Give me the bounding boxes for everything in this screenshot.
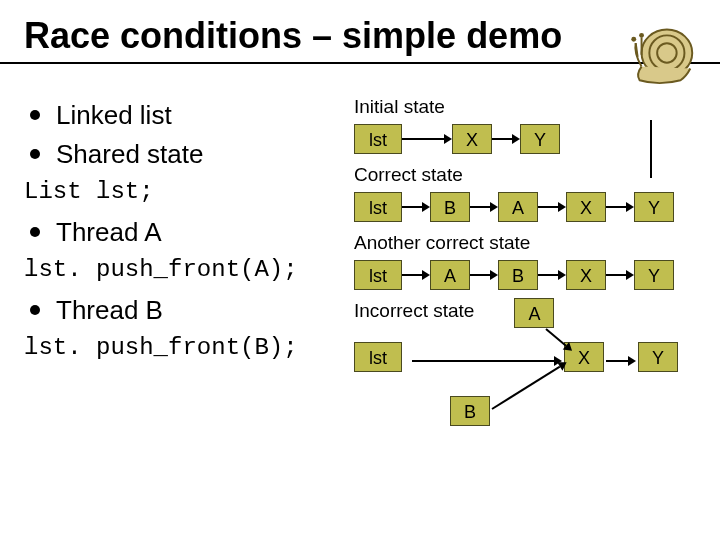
bullet-icon xyxy=(30,305,40,315)
arrow-icon xyxy=(606,270,634,280)
title-underline xyxy=(0,62,720,64)
bullet-thread-a: Thread A xyxy=(30,217,354,248)
node-x: X xyxy=(452,124,492,154)
code-push-a: lst. push_front(A); xyxy=(24,256,354,283)
node-y: Y xyxy=(638,342,678,372)
node-b: B xyxy=(430,192,470,222)
node-lst: lst xyxy=(354,192,402,222)
arrow-icon xyxy=(606,202,634,212)
svg-point-1 xyxy=(631,37,636,42)
node-lst: lst xyxy=(354,124,402,154)
slide-title: Race conditions – simple demo xyxy=(24,16,696,56)
code-decl: List lst; xyxy=(24,178,354,205)
right-column: Initial state lst X Y Correct state lst … xyxy=(354,82,696,438)
left-column: Linked list Shared state List lst; Threa… xyxy=(24,82,354,438)
label-initial-state: Initial state xyxy=(354,96,696,118)
row-incorrect-label: Incorrect state A xyxy=(354,300,696,328)
node-lst: lst xyxy=(354,260,402,290)
arrow-icon xyxy=(543,325,575,355)
bullet-icon xyxy=(30,110,40,120)
chain-incorrect: lst X Y B xyxy=(354,328,694,438)
arrow-icon xyxy=(538,202,566,212)
svg-point-2 xyxy=(639,33,644,38)
arrow-icon xyxy=(402,202,430,212)
bullet-label: Thread B xyxy=(56,295,163,326)
slide-body: Linked list Shared state List lst; Threa… xyxy=(24,82,696,438)
arrow-icon xyxy=(412,356,562,366)
node-y: Y xyxy=(634,260,674,290)
label-incorrect-state: Incorrect state xyxy=(354,300,474,322)
node-a-dangling: A xyxy=(514,298,554,328)
bullet-icon xyxy=(30,227,40,237)
bullet-label: Linked list xyxy=(56,100,172,131)
node-b-dangling: B xyxy=(450,396,490,426)
arrow-icon xyxy=(492,134,520,144)
node-x: X xyxy=(566,192,606,222)
label-another-correct-state: Another correct state xyxy=(354,232,696,254)
arrow-icon xyxy=(538,270,566,280)
arrow-icon xyxy=(489,358,569,413)
arrow-icon xyxy=(402,270,430,280)
node-x: X xyxy=(566,260,606,290)
bullet-icon xyxy=(30,149,40,159)
bullet-linked-list: Linked list xyxy=(30,100,354,131)
chain-initial: lst X Y xyxy=(354,124,696,154)
arrow-icon xyxy=(470,270,498,280)
bullet-shared-state: Shared state xyxy=(30,139,354,170)
node-b: B xyxy=(498,260,538,290)
bullet-label: Thread A xyxy=(56,217,162,248)
arrow-icon xyxy=(402,134,452,144)
snail-icon xyxy=(624,10,702,88)
node-a: A xyxy=(498,192,538,222)
label-correct-state: Correct state xyxy=(354,164,696,186)
bullet-label: Shared state xyxy=(56,139,203,170)
node-a: A xyxy=(430,260,470,290)
chain-another: lst A B X Y xyxy=(354,260,696,290)
chain-correct: lst B A X Y xyxy=(354,192,696,222)
node-y: Y xyxy=(634,192,674,222)
slide: Race conditions – simple demo Linked lis… xyxy=(0,0,720,540)
node-y: Y xyxy=(520,124,560,154)
node-lst: lst xyxy=(354,342,402,372)
arrow-icon xyxy=(606,356,636,366)
arrow-icon xyxy=(470,202,498,212)
code-push-b: lst. push_front(B); xyxy=(24,334,354,361)
bullet-thread-b: Thread B xyxy=(30,295,354,326)
